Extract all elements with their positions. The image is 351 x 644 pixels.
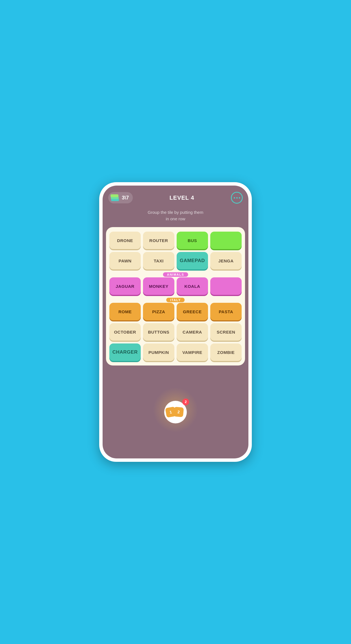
- tile-row-2: PAWN TAXI GAMEPAD JENGA: [109, 252, 242, 269]
- hint-button[interactable]: 1 2 2: [164, 401, 187, 423]
- game-screen: 3\7 LEVEL 4 Group the tile by putting th…: [103, 186, 248, 458]
- tile-pasta[interactable]: PASTA: [210, 303, 242, 320]
- tile-rome[interactable]: ROME: [109, 303, 141, 320]
- tile-router[interactable]: ROUTER: [143, 232, 174, 249]
- hint-tile-2: 2: [174, 407, 184, 417]
- tile-row-5: OCTOBER BUTTONS CAMERA SCREEN: [109, 323, 242, 341]
- phone-container: 3\7 LEVEL 4 Group the tile by putting th…: [99, 182, 252, 462]
- level-title: LEVEL 4: [170, 195, 194, 201]
- hint-tiles: 1 2: [166, 407, 185, 417]
- instruction-text: Group the tile by putting themin one row: [103, 208, 248, 227]
- tile-buttons[interactable]: BUTTONS: [143, 323, 174, 341]
- animals-group: ANIMALS JAGUAR MONKEY KOALA: [109, 272, 242, 295]
- stack-icon: [110, 194, 120, 202]
- tile-drone[interactable]: DRONE: [109, 232, 141, 249]
- tile-pizza[interactable]: PIZZA: [143, 303, 174, 320]
- game-board: DRONE ROUTER BUS PAWN: [106, 227, 245, 365]
- tile-bus[interactable]: BUS: [177, 232, 208, 249]
- tile-koala[interactable]: KOALA: [177, 277, 208, 295]
- italy-label: ITALY: [166, 298, 185, 302]
- header: 3\7 LEVEL 4: [103, 186, 248, 208]
- tile-gamepad[interactable]: GAMEPAD: [177, 252, 208, 269]
- animals-tiles: JAGUAR MONKEY KOALA: [109, 277, 242, 295]
- tile-vampire[interactable]: VAMPIRE: [177, 343, 208, 361]
- tile-elephant[interactable]: [210, 277, 242, 295]
- tile-jaguar[interactable]: JAGUAR: [109, 277, 141, 295]
- tile-pumpkin[interactable]: PUMPKIN: [143, 343, 174, 361]
- tile-charger[interactable]: CHARGER: [109, 343, 141, 361]
- tile-car[interactable]: [210, 232, 242, 249]
- tile-row-1: DRONE ROUTER BUS: [109, 232, 242, 249]
- tile-row-6: CHARGER PUMPKIN VAMPIRE ZOMBIE: [109, 343, 242, 361]
- tile-greece[interactable]: GREECE: [177, 303, 208, 320]
- tile-october[interactable]: OCTOBER: [109, 323, 141, 341]
- italy-group: ITALY ROME PIZZA GREECE PASTA: [109, 298, 242, 320]
- tile-zombie[interactable]: ZOMBIE: [210, 343, 242, 361]
- score-text: 3\7: [122, 195, 129, 201]
- tile-pawn[interactable]: PAWN: [109, 252, 141, 269]
- animals-label: ANIMALS: [163, 272, 188, 277]
- tile-screen[interactable]: SCREEN: [210, 323, 242, 341]
- tile-camera[interactable]: CAMERA: [177, 323, 208, 341]
- hint-badge: 2: [182, 399, 189, 405]
- bottom-area: 1 2 2: [103, 365, 248, 458]
- score-badge: 3\7: [108, 192, 133, 203]
- tile-taxi[interactable]: TAXI: [143, 252, 174, 269]
- menu-button[interactable]: [231, 192, 243, 204]
- tile-jenga[interactable]: JENGA: [210, 252, 242, 269]
- tile-monkey[interactable]: MONKEY: [143, 277, 174, 295]
- menu-dots-icon: [234, 197, 240, 199]
- italy-tiles: ROME PIZZA GREECE PASTA: [109, 303, 242, 320]
